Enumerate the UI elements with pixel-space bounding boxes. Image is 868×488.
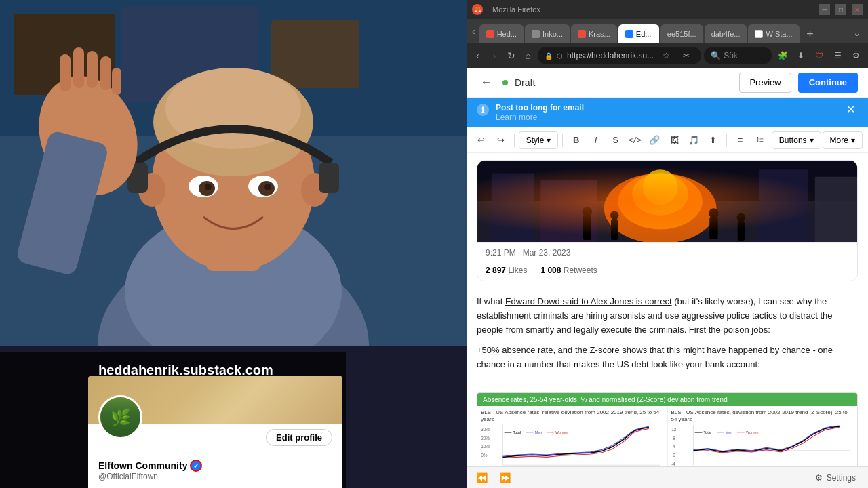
warning-close-button[interactable]: ✕	[844, 103, 858, 116]
maximize-button[interactable]: □	[835, 4, 846, 15]
article-p1-start: If what	[477, 296, 505, 306]
tab-label-hed: Hed...	[497, 30, 517, 38]
bold-button[interactable]: B	[567, 131, 585, 150]
window-controls[interactable]: ─ □ ✕	[819, 4, 863, 15]
home-button[interactable]: ⌂	[521, 47, 535, 64]
more-label: More	[830, 136, 848, 145]
chart-header: Absence rates, 25-54 year-olds, % and no…	[477, 393, 857, 406]
unordered-list-button[interactable]: ≡	[731, 131, 749, 150]
history-forward-button[interactable]: ⏩	[496, 470, 513, 486]
tab-ed-active[interactable]: Ed...	[618, 24, 659, 43]
upload-button[interactable]: ⬆	[704, 131, 722, 150]
adblock-icon[interactable]: 🛡	[811, 47, 827, 64]
buttons-dropdown-button[interactable]: Buttons ▾	[772, 131, 821, 149]
chart-left-title: BLS - US Absence rates, relative deviati…	[481, 409, 664, 422]
profile-card: 🌿 Edit profile Elftown Community ✓ @Offi…	[88, 376, 342, 488]
tab-dab4fe[interactable]: dab4fe...	[705, 24, 747, 43]
tab-favicon-inko	[532, 30, 540, 38]
tweet-embed: 9:21 PM · Mar 23, 2023 2 897 Likes 1 008…	[477, 160, 858, 281]
article-paragraph-2: +50% absence rate, and the Z-score shows…	[477, 344, 858, 372]
svg-text:Women: Women	[745, 430, 757, 434]
svg-rect-23	[60, 54, 71, 92]
edit-profile-button[interactable]: Edit profile	[266, 429, 332, 446]
undo-button[interactable]: ↩	[472, 131, 490, 150]
url-bar: ‹ › ↻ ⌂ 🔒 ⬡ https://heddahenrik.su... ☆ …	[467, 43, 868, 68]
extensions-button[interactable]: 🧩	[774, 47, 791, 64]
warning-title: Post too long for email	[496, 103, 837, 113]
warning-icon: ℹ	[477, 104, 489, 116]
menu-button[interactable]: ☰	[829, 47, 846, 64]
screenshot-button[interactable]: ✂	[678, 47, 694, 64]
editor-content[interactable]: 9:21 PM · Mar 23, 2023 2 897 Likes 1 008…	[467, 153, 868, 466]
chart-left-svg: 30% 20% 10% 0% 2000 2005 2010 2020	[481, 425, 664, 466]
ordered-list-button[interactable]: 1≡	[751, 131, 769, 150]
image-button[interactable]: 🖼	[665, 131, 684, 150]
tab-label-kras: Kras...	[589, 30, 610, 38]
svg-text:20%: 20%	[481, 436, 490, 441]
history-back-button[interactable]: ⏪	[473, 470, 490, 486]
tab-hed[interactable]: Hed...	[479, 24, 524, 43]
svg-rect-27	[112, 68, 121, 95]
profile-name-area: Elftown Community ✓ @OfficialElftown	[98, 460, 202, 481]
preview-button[interactable]: Preview	[739, 73, 791, 93]
svg-text:30%: 30%	[481, 427, 490, 432]
redo-button[interactable]: ↪	[492, 131, 510, 150]
url-right-icons: ☆ ✂	[658, 47, 694, 64]
url-bar-right: 🧩 ⬇ 🛡 ☰ ⚙	[774, 47, 864, 64]
bookmark-button[interactable]: ☆	[658, 47, 674, 64]
article-paragraph-1: If what Edward Dowd said to Alex Jones i…	[477, 295, 858, 337]
tab-kras[interactable]: Kras...	[571, 24, 617, 43]
close-button[interactable]: ✕	[852, 4, 863, 15]
url-display: https://heddahenrik.su...	[567, 51, 654, 60]
editor-toolbar: ↩ ↪ Style ▾ B I S </> 🔗 🖼 🎵 ⬆ ≡ 1≡ Butto…	[467, 127, 868, 153]
minimize-button[interactable]: ─	[819, 4, 830, 15]
titlebar-text: Mozilla Firefox	[492, 5, 540, 14]
more-button[interactable]: More ▾	[823, 131, 863, 149]
tweet-date: 9:21 PM · Mar 23, 2023	[486, 248, 570, 258]
strikethrough-button[interactable]: S	[606, 131, 625, 150]
tab-label-wsta: W Sta...	[766, 30, 792, 38]
tab-back-button[interactable]: ‹	[469, 26, 478, 37]
new-tab-button[interactable]: +	[801, 24, 820, 43]
avatar-image: 🌿	[100, 397, 140, 437]
tab-inko[interactable]: Inko...	[525, 24, 570, 43]
edward-dowd-link[interactable]: Edward Dowd said to Alex Jones is correc…	[505, 296, 672, 306]
chart-right-svg: 12 8 4 0 -4 2000 2005 2010 2020	[671, 425, 854, 466]
style-dropdown-button[interactable]: Style ▾	[519, 131, 559, 149]
draft-back-button[interactable]: ←	[477, 73, 496, 92]
article-content: If what Edward Dowd said to Alex Jones i…	[467, 288, 868, 386]
likes-label: Likes	[508, 266, 527, 275]
z-score-link[interactable]: Z-score	[590, 345, 620, 355]
warning-learn-more-link[interactable]: Learn more	[496, 113, 537, 122]
svg-text:8: 8	[673, 436, 675, 441]
lock-icon: 🔒	[545, 52, 553, 60]
toolbar-separator-3	[726, 134, 727, 147]
code-button[interactable]: </>	[626, 131, 644, 150]
audio-button[interactable]: 🎵	[684, 131, 703, 150]
search-box[interactable]: 🔍 Sök	[704, 47, 772, 64]
url-input[interactable]: 🔒 ⬡ https://heddahenrik.su... ☆ ✂	[538, 47, 701, 64]
tweet-meta: 9:21 PM · Mar 23, 2023	[477, 242, 857, 263]
settings-button[interactable]: ⚙ Settings	[810, 470, 861, 485]
url-protocol: ⬡	[557, 52, 563, 60]
tab-wsta[interactable]: W Sta...	[748, 24, 799, 43]
refresh-button[interactable]: ↻	[505, 47, 519, 64]
toolbar-separator-2	[562, 134, 563, 147]
tab-expand-button[interactable]: ⌄	[849, 24, 865, 41]
svg-rect-14	[319, 163, 339, 193]
draft-status-dot	[502, 80, 508, 85]
settings-button[interactable]: ⚙	[848, 47, 864, 64]
tab-label-ee515f: ee515f...	[667, 30, 696, 38]
svg-text:0: 0	[673, 453, 675, 458]
chart-right: BLS - US Absence rates, deviation from 2…	[668, 406, 858, 466]
tab-ee515f[interactable]: ee515f...	[660, 24, 703, 43]
profile-display-name: Elftown Community ✓	[98, 460, 202, 472]
download-button[interactable]: ⬇	[793, 47, 809, 64]
back-button[interactable]: ‹	[471, 47, 485, 64]
forward-button[interactable]: ›	[488, 47, 502, 64]
italic-button[interactable]: I	[587, 131, 605, 150]
link-button[interactable]: 🔗	[646, 131, 664, 150]
continue-button[interactable]: Continue	[798, 73, 858, 93]
chart-left: BLS - US Absence rates, relative deviati…	[477, 406, 668, 466]
buttons-chevron-icon: ▾	[810, 136, 814, 145]
